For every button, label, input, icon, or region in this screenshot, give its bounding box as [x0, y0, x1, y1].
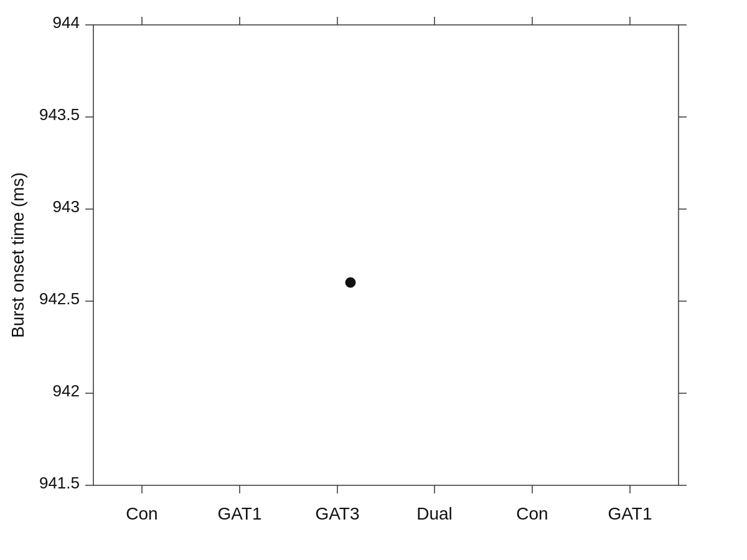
xlabel-4: Con	[516, 504, 548, 523]
ylabel-942: 942	[53, 381, 80, 400]
xlabel-5: GAT1	[608, 504, 652, 523]
ylabel-9415: 941.5	[39, 474, 80, 492]
ylabel-943: 943	[53, 197, 80, 216]
xlabel-2: GAT3	[315, 504, 359, 523]
ylabel-9425: 942.5	[39, 289, 80, 308]
xlabel-3: Dual	[416, 504, 453, 523]
xlabel-1: GAT1	[217, 504, 261, 523]
xlabel-0: Con	[126, 504, 157, 523]
yaxis-title: Burst onset time (ms)	[8, 172, 27, 338]
plot-box	[93, 25, 679, 485]
ylabel-9435: 943.5	[39, 105, 80, 124]
chart-container: 944 943.5 943 942.5 942 941.5 Burst onse…	[0, 0, 747, 560]
data-point	[345, 278, 355, 287]
ylabel-944: 944	[53, 13, 80, 32]
chart-svg: 944 943.5 943 942.5 942 941.5 Burst onse…	[0, 0, 747, 560]
